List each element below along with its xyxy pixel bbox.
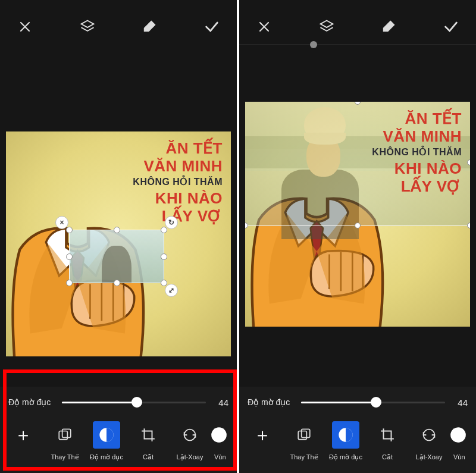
overlay-photo-thumb xyxy=(70,230,164,283)
svg-rect-17 xyxy=(348,430,349,431)
svg-point-25 xyxy=(450,427,466,443)
meme-text-line: VĂN MINH xyxy=(133,158,223,176)
meme-text-line: ĂN TẾT xyxy=(133,140,223,158)
svg-rect-18 xyxy=(346,431,347,433)
opacity-slider[interactable] xyxy=(62,402,206,403)
svg-rect-6 xyxy=(109,433,110,434)
canvas-area[interactable]: ĂN TẾT VĂN MINH KHÔNG HỎI THĂM KHI NÀO L… xyxy=(239,54,476,387)
tool-region[interactable]: Vùn xyxy=(211,421,237,461)
slider-track xyxy=(239,44,476,45)
region-icon xyxy=(450,421,476,449)
meme-text-line: LẤY VỢ xyxy=(372,178,462,196)
layers-button[interactable] xyxy=(312,18,341,35)
bottom-controls: Độ mờ đục 44 ＋ Thay Thế Độ xyxy=(239,387,476,473)
tool-fliprotate[interactable]: Lật-Xoay xyxy=(408,421,450,461)
tool-label: Cắt xyxy=(382,453,393,461)
svg-rect-11 xyxy=(107,440,108,441)
canvas-area[interactable]: ĂN TẾT VĂN MINH KHÔNG HỎI THĂM KHI NÀO L… xyxy=(0,54,237,387)
svg-rect-10 xyxy=(109,438,110,440)
svg-rect-16 xyxy=(346,429,347,430)
tool-opacity[interactable]: Độ mờ đục xyxy=(86,421,127,461)
svg-rect-4 xyxy=(109,430,110,431)
svg-rect-20 xyxy=(346,434,347,436)
slider-thumb[interactable] xyxy=(131,397,142,408)
svg-rect-5 xyxy=(107,431,108,433)
topbar xyxy=(0,0,237,54)
tool-replace[interactable]: Thay Thế xyxy=(44,421,86,461)
meme-text-line: KHÔNG HỎI THĂM xyxy=(372,147,462,158)
slider-fill xyxy=(301,402,376,403)
fliprot-icon xyxy=(415,421,443,449)
opacity-slider-row: Độ mờ đục 44 xyxy=(0,387,237,418)
resize-handle[interactable] xyxy=(114,280,120,286)
confirm-button[interactable] xyxy=(437,18,465,35)
layers-icon xyxy=(318,18,335,35)
overlay-rotate-button[interactable]: ↻ xyxy=(165,216,178,229)
tool-label: Thay Thế xyxy=(51,453,79,461)
tool-label: Lật-Xoay xyxy=(177,453,203,461)
overlay-scale-button[interactable]: ⤢ xyxy=(165,284,178,297)
svg-rect-21 xyxy=(348,436,349,437)
meme-text: ĂN TẾT VĂN MINH KHÔNG HỎI THĂM KHI NÀO L… xyxy=(372,110,462,196)
tool-replace[interactable]: Thay Thế xyxy=(283,421,325,461)
eraser-button[interactable] xyxy=(135,19,164,35)
resize-handle[interactable] xyxy=(66,227,73,233)
fliprot-icon xyxy=(176,421,203,449)
add-tool[interactable]: ＋ xyxy=(2,421,44,453)
slider-label: Độ mờ đục xyxy=(248,397,295,407)
svg-rect-1 xyxy=(62,429,71,437)
resize-handle[interactable] xyxy=(161,227,167,233)
meme-text-line: KHI NÀO xyxy=(372,160,462,178)
opacity-slider[interactable] xyxy=(301,402,445,403)
close-button[interactable] xyxy=(11,20,39,34)
add-tool[interactable]: ＋ xyxy=(242,421,283,453)
eraser-button[interactable] xyxy=(374,19,403,35)
resize-handle[interactable] xyxy=(355,223,361,228)
plus-icon: ＋ xyxy=(10,421,37,449)
layers-icon xyxy=(79,18,96,35)
confirm-button[interactable] xyxy=(198,18,226,35)
tool-label: Vùn xyxy=(450,453,465,461)
svg-rect-8 xyxy=(109,436,110,437)
meme-text-line: KHI NÀO xyxy=(133,190,223,208)
tool-fliprotate[interactable]: Lật-Xoay xyxy=(169,421,211,461)
resize-handle[interactable] xyxy=(66,280,73,286)
tool-crop[interactable]: Cắt xyxy=(127,421,169,461)
close-icon xyxy=(257,20,271,34)
resize-handle[interactable] xyxy=(66,253,73,260)
svg-rect-22 xyxy=(346,437,347,438)
svg-rect-0 xyxy=(59,431,67,440)
resize-handle[interactable] xyxy=(161,253,167,260)
tool-label: Lật-Xoay xyxy=(416,453,443,461)
close-button[interactable] xyxy=(250,20,278,34)
meme-image: ĂN TẾT VĂN MINH KHÔNG HỎI THĂM KHI NÀO L… xyxy=(6,131,231,356)
svg-rect-7 xyxy=(107,434,108,436)
zoom-slider[interactable] xyxy=(239,44,476,45)
overlay-close-button[interactable]: × xyxy=(55,216,68,229)
tool-region[interactable]: Vùn xyxy=(450,421,476,461)
overlay-selection[interactable]: × ↻ ⤢ xyxy=(69,230,164,283)
svg-rect-3 xyxy=(107,429,108,430)
layers-button[interactable] xyxy=(73,18,102,35)
svg-rect-24 xyxy=(346,440,347,441)
eraser-icon xyxy=(381,19,396,35)
tool-opacity[interactable]: Độ mờ đục xyxy=(325,421,367,461)
opacity-icon xyxy=(93,421,120,449)
svg-rect-9 xyxy=(107,437,108,438)
svg-rect-14 xyxy=(302,429,310,437)
tool-crop[interactable]: Cắt xyxy=(367,421,408,461)
svg-rect-13 xyxy=(298,431,306,440)
meme-text-line: ĂN TẾT xyxy=(372,110,462,128)
slider-thumb[interactable] xyxy=(371,397,381,408)
tool-label: Vùn xyxy=(211,453,226,461)
resize-handle[interactable] xyxy=(114,227,120,233)
replace-icon xyxy=(51,421,79,449)
resize-handle[interactable] xyxy=(467,223,470,228)
resize-handle[interactable] xyxy=(467,159,470,165)
slider-value: 44 xyxy=(451,397,468,408)
slider-value: 44 xyxy=(212,397,228,408)
replace-icon xyxy=(290,421,318,449)
meme-text-line: VĂN MINH xyxy=(372,128,462,146)
tool-label: Độ mờ đục xyxy=(90,453,123,461)
tools-row: ＋ Thay Thế Độ mờ đục Cắt xyxy=(239,418,476,473)
